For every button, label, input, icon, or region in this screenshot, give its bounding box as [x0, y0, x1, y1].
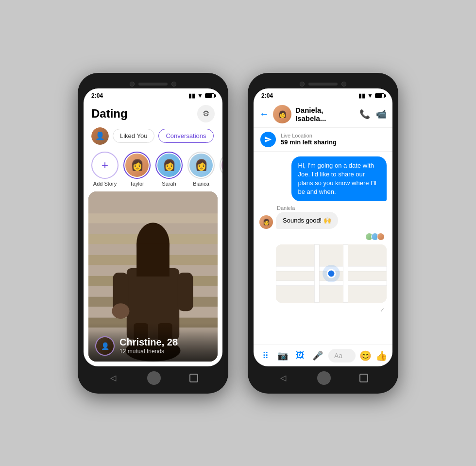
- wifi-icon: ▮▮: [188, 92, 195, 99]
- svg-rect-1: [88, 213, 218, 223]
- wifi-icon-right: ▮▮: [358, 92, 365, 99]
- add-story-label: Add Story: [93, 181, 117, 187]
- receipt-avatar-3: [377, 233, 385, 241]
- user-avatar-small[interactable]: 👤: [91, 127, 109, 145]
- message-read-status: ✓: [259, 307, 387, 313]
- story-sarah[interactable]: 👩 Sarah: [155, 152, 183, 187]
- camera-button[interactable]: 📷: [276, 349, 289, 362]
- contact-avatar[interactable]: 👩: [273, 105, 291, 123]
- svg-point-16: [112, 303, 129, 319]
- incoming-bubble-row: 👩 Sounds good! 🙌: [259, 212, 387, 229]
- sender-name: Daniela: [277, 205, 387, 211]
- telegram-icon: [264, 136, 272, 143]
- back-button[interactable]: ←: [259, 108, 269, 120]
- story-label-taylor: Taylor: [130, 181, 144, 187]
- stories-row: + Add Story 👩 Taylor 👩 Sarah 👩 Bianca: [84, 149, 222, 191]
- left-phone: 2:04 ▮▮ ▼ Dating ⚙ 👤 Liked You Conversat…: [78, 73, 228, 394]
- outgoing-message: Hi, I'm going on a date with Joe. I'd li…: [291, 156, 387, 202]
- incoming-message-wrapper: Daniela 👩 Sounds good! 🙌: [259, 205, 387, 229]
- speaker: [138, 83, 168, 86]
- map-thumbnail[interactable]: [276, 244, 387, 303]
- nav-bar-left: ◁: [84, 371, 222, 385]
- svg-rect-11: [136, 243, 170, 276]
- mic-button[interactable]: 🎤: [311, 349, 324, 362]
- story-ring-taylor[interactable]: 👩: [123, 152, 151, 179]
- status-bar-right: 2:04 ▮▮ ▼: [254, 88, 392, 101]
- profile-card[interactable]: 👤 Christine, 28 12 mutual friends: [88, 191, 218, 362]
- gallery-button[interactable]: 🖼: [293, 349, 307, 362]
- map-svg: [276, 244, 387, 303]
- svg-rect-15: [178, 273, 193, 311]
- live-location-text: Live Location 59 min left sharing: [281, 133, 337, 146]
- svg-rect-21: [343, 245, 348, 303]
- right-phone-bottom: ◁: [254, 366, 392, 388]
- back-nav-button-right[interactable]: ◁: [278, 373, 289, 383]
- story-bianca[interactable]: 👩 Bianca: [187, 152, 215, 187]
- profile-mini-avatar: 👤: [95, 336, 115, 356]
- conversations-chip[interactable]: Conversations: [158, 129, 213, 143]
- profile-info-overlay: 👤 Christine, 28 12 mutual friends: [88, 330, 218, 362]
- like-button[interactable]: 👍: [375, 350, 388, 362]
- story-sp[interactable]: 👩 Sp...: [220, 152, 222, 187]
- svg-rect-20: [314, 245, 319, 303]
- liked-you-chip[interactable]: Liked You: [113, 129, 154, 143]
- profile-text: Christine, 28 12 mutual friends: [119, 337, 178, 355]
- live-location-label: Live Location: [281, 133, 337, 138]
- contact-name: Daniela, Isabela...: [295, 106, 356, 122]
- svg-point-23: [327, 270, 335, 277]
- back-nav-button[interactable]: ◁: [108, 373, 119, 383]
- left-phone-bottom: ◁: [84, 366, 222, 388]
- story-label-sarah: Sarah: [162, 181, 176, 187]
- left-phone-top: [84, 79, 222, 88]
- live-location-banner[interactable]: Live Location 59 min left sharing: [254, 128, 392, 152]
- profile-name: Christine, 28: [119, 337, 178, 348]
- messenger-header: ← 👩 Daniela, Isabela... 📞 📹: [254, 101, 392, 128]
- status-icons-left: ▮▮ ▼: [188, 92, 215, 99]
- sender-avatar: 👩: [259, 215, 273, 229]
- story-ring-sp[interactable]: 👩: [220, 152, 222, 179]
- nav-bar-right: ◁: [254, 371, 392, 385]
- right-phone: 2:04 ▮▮ ▼ ← 👩 Daniela, Isabela... 📞 📹: [248, 73, 398, 394]
- filter-row: 👤 Liked You Conversations: [84, 125, 222, 149]
- status-bar-left: 2:04 ▮▮ ▼: [84, 88, 222, 101]
- add-story-item[interactable]: + Add Story: [91, 152, 119, 187]
- battery-icon: [205, 93, 215, 98]
- front-camera: [130, 82, 135, 86]
- right-phone-top: [254, 79, 392, 88]
- story-ring-bianca[interactable]: 👩: [187, 152, 215, 179]
- message-text-input[interactable]: Aa: [328, 349, 356, 362]
- home-nav-button[interactable]: [147, 371, 161, 385]
- front-camera-right: [300, 82, 305, 86]
- right-screen: 2:04 ▮▮ ▼ ← 👩 Daniela, Isabela... 📞 📹: [254, 88, 392, 366]
- voice-call-button[interactable]: 📞: [359, 109, 370, 120]
- apps-button[interactable]: ⠿: [258, 349, 272, 362]
- incoming-message: Sounds good! 🙌: [276, 212, 338, 229]
- profile-mutual: 12 mutual friends: [119, 348, 178, 355]
- left-screen: 2:04 ▮▮ ▼ Dating ⚙ 👤 Liked You Conversat…: [84, 88, 222, 366]
- emoji-button[interactable]: 😊: [359, 350, 372, 362]
- home-nav-button-right[interactable]: [317, 371, 331, 385]
- story-label-bianca: Bianca: [193, 181, 209, 187]
- front-sensor-right: [341, 82, 346, 86]
- story-ring-sarah[interactable]: 👩: [155, 152, 183, 179]
- recents-nav-button[interactable]: [189, 374, 198, 382]
- status-icons-right: ▮▮ ▼: [358, 92, 385, 99]
- dating-title: Dating: [91, 107, 128, 121]
- message-input-bar: ⠿ 📷 🖼 🎤 Aa 😊 👍: [254, 345, 392, 366]
- msg-action-buttons: 📞 📹: [359, 109, 387, 120]
- add-story-button[interactable]: +: [91, 152, 119, 179]
- recents-nav-button-right[interactable]: [359, 374, 368, 382]
- location-icon: [260, 132, 276, 147]
- messages-area: Hi, I'm going on a date with Joe. I'd li…: [254, 152, 392, 345]
- video-call-button[interactable]: 📹: [376, 109, 387, 120]
- settings-button[interactable]: ⚙: [197, 105, 215, 122]
- status-time-right: 2:04: [261, 92, 273, 99]
- read-receipts: [259, 233, 387, 241]
- front-sensor: [171, 82, 176, 86]
- status-time-left: 2:04: [91, 92, 103, 99]
- live-location-sublabel: 59 min left sharing: [281, 138, 337, 146]
- speaker-right: [308, 83, 338, 86]
- map-background: [276, 244, 387, 303]
- story-taylor[interactable]: 👩 Taylor: [123, 152, 151, 187]
- battery-icon-right: [375, 93, 385, 98]
